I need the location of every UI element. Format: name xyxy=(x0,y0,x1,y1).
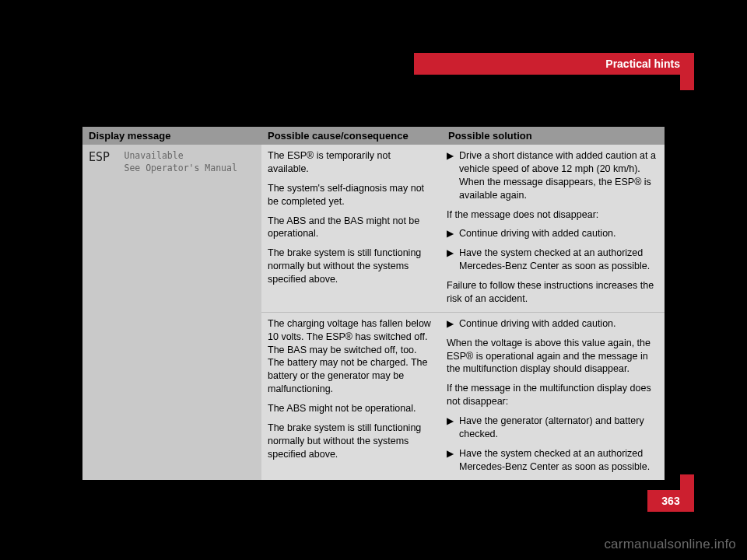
page-number: 363 xyxy=(661,495,679,507)
message-code: ESP xyxy=(89,149,121,165)
bullet-icon: ▶ xyxy=(447,447,459,474)
table-body: ESP Unavailable See Operator's Manual Th… xyxy=(82,145,665,480)
th-display-message: Display message xyxy=(82,127,261,145)
display-message-cell: ESP Unavailable See Operator's Manual xyxy=(82,145,261,480)
cause-cell: The ESP® is temporarily not available. T… xyxy=(261,145,442,312)
page-number-box: 363 xyxy=(647,490,694,512)
bullet-icon: ▶ xyxy=(447,415,459,441)
section-title: Practical hints xyxy=(605,58,680,70)
table-row: The ESP® is temporarily not available. T… xyxy=(261,145,665,312)
list-item: ▶ Have the generator (alternator) and ba… xyxy=(447,415,660,441)
message-subtext: Unavailable See Operator's Manual xyxy=(124,149,237,174)
solution-cell: ▶ Drive a short distance with added caut… xyxy=(442,145,665,312)
table-row: The charging voltage has fallen below 10… xyxy=(261,312,665,480)
section-header-tab: Practical hints xyxy=(414,53,694,75)
th-solution: Possible solution xyxy=(442,127,665,145)
list-item: ▶ Continue driving with added caution. xyxy=(447,317,660,331)
list-item: ▶ Have the system checked at an authoriz… xyxy=(447,247,660,273)
table-row: ESP Unavailable See Operator's Manual Th… xyxy=(82,145,665,480)
list-item: ▶ Drive a short distance with added caut… xyxy=(447,149,660,202)
list-item: ▶ Have the system checked at an authoriz… xyxy=(447,447,660,474)
watermark: carmanualsonline.info xyxy=(604,537,736,552)
table-header-row: Display message Possible cause/consequen… xyxy=(82,127,665,145)
bullet-icon: ▶ xyxy=(447,247,459,273)
troubleshooting-table: Display message Possible cause/consequen… xyxy=(82,127,665,480)
bullet-icon: ▶ xyxy=(447,227,459,240)
bullet-icon: ▶ xyxy=(447,149,459,202)
cause-solution-rows: The ESP® is temporarily not available. T… xyxy=(261,145,665,480)
bullet-icon: ▶ xyxy=(447,317,459,331)
list-item: ▶ Continue driving with added caution. xyxy=(447,227,660,240)
cause-cell: The charging voltage has fallen below 10… xyxy=(261,313,442,480)
th-cause: Possible cause/consequence xyxy=(261,127,442,145)
solution-cell: ▶ Continue driving with added caution. W… xyxy=(442,313,665,480)
